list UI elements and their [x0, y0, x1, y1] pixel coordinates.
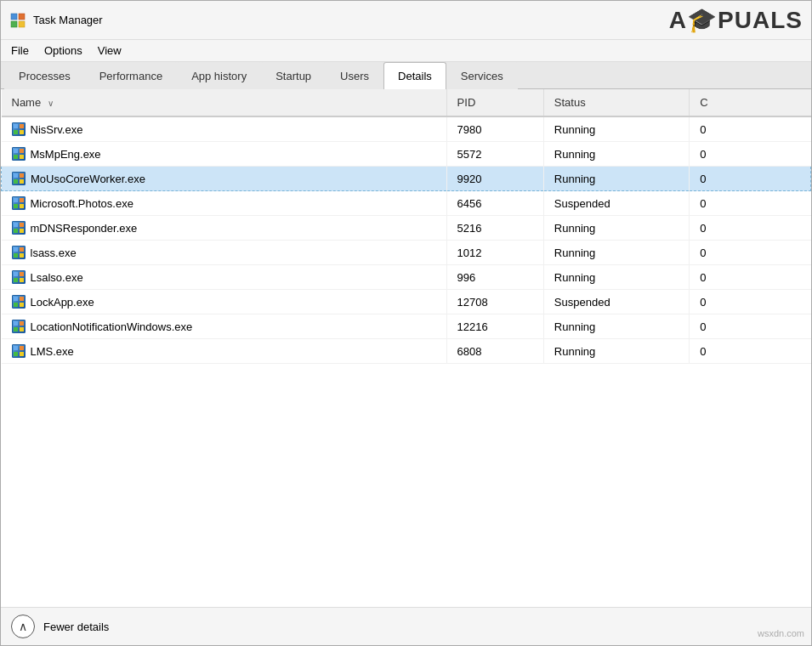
- cell-name: mDNSResponder.exe: [2, 216, 447, 241]
- table-row[interactable]: mDNSResponder.exe 5216Running0: [2, 216, 811, 241]
- svg-rect-26: [14, 253, 18, 258]
- main-content: Name ∨ PID Status C: [1, 89, 811, 607]
- tab-performance[interactable]: Performance: [85, 62, 177, 89]
- cell-status: Running: [543, 142, 689, 167]
- tab-startup[interactable]: Startup: [261, 62, 326, 89]
- cell-status: Running: [543, 167, 689, 191]
- process-icon: [12, 221, 26, 235]
- svg-rect-15: [20, 179, 24, 184]
- table-row[interactable]: LMS.exe 6808Running0: [2, 339, 811, 364]
- sort-arrow-name: ∨: [48, 99, 54, 108]
- svg-rect-20: [14, 223, 18, 227]
- svg-rect-27: [20, 253, 24, 258]
- cell-pid: 1012: [446, 241, 543, 265]
- cell-pid: 6808: [446, 339, 543, 364]
- cell-status: Suspended: [543, 191, 689, 216]
- process-icon: [12, 246, 26, 259]
- svg-rect-14: [14, 179, 18, 184]
- svg-rect-36: [14, 321, 18, 326]
- cell-status: Suspended: [543, 290, 689, 314]
- cell-name: MsMpEng.exe: [2, 142, 447, 167]
- cell-status: Running: [543, 241, 689, 265]
- cell-pid: 9920: [446, 167, 543, 191]
- svg-rect-33: [20, 297, 24, 301]
- process-name-text: MoUsoCoreWorker.exe: [31, 173, 145, 185]
- svg-rect-21: [20, 223, 24, 227]
- process-icon: [12, 196, 26, 210]
- svg-rect-16: [14, 198, 18, 202]
- col-header-pid[interactable]: PID: [446, 89, 543, 116]
- svg-rect-8: [14, 149, 18, 153]
- process-icon: [12, 172, 26, 185]
- app-icon: [9, 12, 26, 29]
- table-row[interactable]: Lsalso.exe 996Running0: [2, 265, 811, 290]
- window-title: Task Manager: [33, 14, 103, 26]
- svg-rect-40: [14, 346, 18, 350]
- col-header-other[interactable]: C: [690, 89, 811, 116]
- cell-status: Running: [543, 339, 689, 364]
- menu-options[interactable]: Options: [37, 42, 89, 60]
- table-row[interactable]: LockApp.exe 12708Suspended0: [2, 290, 811, 314]
- process-icon: [12, 295, 26, 309]
- svg-rect-17: [20, 198, 24, 202]
- table-row[interactable]: LocationNotificationWindows.exe 12216Run…: [2, 314, 811, 339]
- cell-other: 0: [690, 241, 811, 265]
- cell-other: 0: [690, 216, 811, 241]
- cell-status: Running: [543, 216, 689, 241]
- svg-rect-5: [20, 124, 24, 128]
- svg-rect-41: [20, 346, 24, 350]
- process-name-text: MsMpEng.exe: [31, 148, 101, 161]
- cell-status: Running: [543, 116, 689, 142]
- fewer-details-button[interactable]: ∧: [11, 615, 35, 638]
- tab-details[interactable]: Details: [383, 62, 446, 89]
- cell-name: LockApp.exe: [2, 290, 447, 314]
- process-name-text: mDNSResponder.exe: [31, 222, 138, 235]
- table-row[interactable]: Microsoft.Photos.exe 6456Suspended0: [2, 191, 811, 216]
- cell-name: Lsalso.exe: [2, 265, 447, 290]
- fewer-details-label: Fewer details: [43, 620, 109, 633]
- col-header-status[interactable]: Status: [543, 89, 689, 116]
- svg-rect-42: [14, 352, 18, 356]
- menu-file[interactable]: File: [4, 42, 36, 60]
- svg-rect-39: [20, 327, 24, 332]
- cell-other: 0: [690, 314, 811, 339]
- tab-bar: Processes Performance App history Startu…: [1, 62, 811, 89]
- svg-rect-0: [11, 14, 17, 20]
- process-icon: [12, 270, 26, 284]
- cell-other: 0: [690, 142, 811, 167]
- cell-name: MoUsoCoreWorker.exe: [2, 167, 447, 191]
- tab-app-history[interactable]: App history: [177, 62, 261, 89]
- svg-rect-2: [11, 21, 17, 27]
- process-name-text: LMS.exe: [31, 345, 74, 358]
- tab-services[interactable]: Services: [446, 62, 518, 89]
- menu-bar: File Options View: [1, 40, 811, 62]
- tab-processes[interactable]: Processes: [4, 62, 85, 89]
- process-name-text: LocationNotificationWindows.exe: [31, 320, 193, 333]
- table-row[interactable]: MsMpEng.exe 5572Running0: [2, 142, 811, 167]
- tab-users[interactable]: Users: [326, 62, 383, 89]
- col-header-name[interactable]: Name ∨: [2, 89, 447, 116]
- cell-other: 0: [690, 265, 811, 290]
- svg-rect-38: [14, 327, 18, 332]
- process-name-text: Lsalso.exe: [31, 271, 83, 284]
- svg-rect-4: [14, 124, 18, 128]
- svg-rect-3: [19, 21, 25, 27]
- process-table-container[interactable]: Name ∨ PID Status C: [1, 89, 811, 607]
- svg-rect-37: [20, 321, 24, 326]
- cell-other: 0: [690, 116, 811, 142]
- svg-rect-34: [14, 303, 18, 307]
- cell-other: 0: [690, 167, 811, 191]
- cell-pid: 7980: [446, 116, 543, 142]
- svg-rect-43: [20, 352, 24, 356]
- watermark: wsxdn.com: [758, 628, 804, 638]
- chevron-up-icon: ∧: [19, 620, 27, 633]
- table-row[interactable]: NisSrv.exe 7980Running0: [2, 116, 811, 142]
- menu-view[interactable]: View: [91, 42, 128, 60]
- svg-rect-19: [20, 204, 24, 208]
- svg-rect-13: [20, 173, 24, 178]
- cell-name: LMS.exe: [2, 339, 447, 364]
- svg-rect-25: [20, 247, 24, 252]
- table-row[interactable]: MoUsoCoreWorker.exe 9920Running0: [2, 167, 811, 191]
- table-row[interactable]: lsass.exe 1012Running0: [2, 241, 811, 265]
- process-icon: [12, 122, 26, 136]
